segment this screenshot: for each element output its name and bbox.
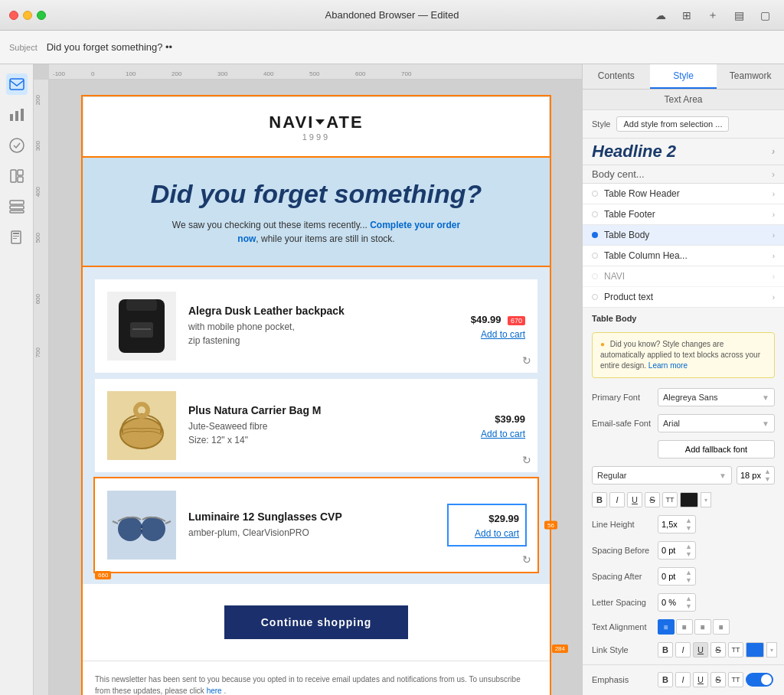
link-color-toggle[interactable]: ▾ bbox=[766, 642, 777, 657]
line-height-input[interactable]: 1,5x ▲▼ bbox=[658, 515, 696, 533]
refresh-icon-1[interactable]: ↻ bbox=[522, 354, 531, 367]
emphasis-caps-button[interactable]: TT bbox=[728, 672, 743, 687]
cta-button[interactable]: Continue shopping bbox=[224, 605, 409, 639]
close-button[interactable] bbox=[9, 11, 18, 20]
body-cent-preview[interactable]: Body cent... › bbox=[583, 165, 784, 184]
letter-spacing-label: Letter Spacing bbox=[592, 598, 653, 607]
add-icon[interactable]: ＋ bbox=[706, 8, 720, 22]
style-item-table-column[interactable]: Table Column Hea... › bbox=[583, 246, 784, 266]
emphasis-underline-button[interactable]: U bbox=[693, 672, 708, 687]
sidebar-layers-icon[interactable] bbox=[6, 196, 28, 217]
style-item-label: Table Column Hea... bbox=[604, 250, 773, 261]
minimize-button[interactable] bbox=[23, 11, 32, 20]
style-item-navi[interactable]: NAVI › bbox=[583, 266, 784, 287]
underline-button[interactable]: U bbox=[627, 492, 642, 507]
sidebar-email-icon[interactable] bbox=[6, 73, 28, 95]
link-style-label: Link Style bbox=[592, 645, 653, 654]
sidebar-stats-icon[interactable] bbox=[6, 104, 28, 126]
svg-rect-12 bbox=[13, 233, 19, 234]
spacing-before-input[interactable]: 0 pt ▲▼ bbox=[658, 541, 696, 560]
svg-line-26 bbox=[165, 521, 171, 524]
sidebar-check-icon[interactable] bbox=[6, 135, 28, 156]
add-style-button[interactable]: Add style from selection ... bbox=[616, 116, 729, 132]
link-bold-button[interactable]: B bbox=[658, 642, 673, 657]
canvas-area[interactable]: -100 0 100 200 300 400 500 600 700 200 3… bbox=[34, 64, 582, 695]
emphasis-italic-button[interactable]: I bbox=[675, 672, 691, 687]
color-toggle[interactable]: ▾ bbox=[701, 492, 711, 507]
dropdown-arrow-icon: ▼ bbox=[762, 393, 769, 402]
refresh-icon-3[interactable]: ↻ bbox=[522, 553, 531, 566]
style-item-table-row-header[interactable]: Table Row Header › bbox=[583, 184, 784, 204]
tab-teamwork[interactable]: Teamwork bbox=[717, 64, 784, 89]
font-weight-select[interactable]: Regular ▼ bbox=[592, 466, 732, 485]
link-color-swatch[interactable] bbox=[746, 642, 764, 657]
align-center-button[interactable]: ≡ bbox=[676, 619, 693, 635]
email-canvas[interactable]: NAVI ATE 1999 Did you forget something? … bbox=[51, 81, 582, 695]
refresh-icon-2[interactable]: ↻ bbox=[522, 454, 531, 466]
email-wrapper: NAVI ATE 1999 Did you forget something? … bbox=[51, 81, 582, 695]
add-to-cart-2[interactable]: Add to cart bbox=[449, 429, 525, 439]
brand-name-gate: ATE bbox=[326, 113, 363, 132]
link-underline-button[interactable]: U bbox=[693, 642, 708, 657]
chevron-icon: › bbox=[773, 272, 775, 281]
svg-rect-14 bbox=[13, 238, 17, 239]
primary-font-select[interactable]: Alegreya Sans ▼ bbox=[658, 388, 775, 406]
italic-button[interactable]: I bbox=[609, 492, 625, 507]
subject-value[interactable]: Did you forget something? •• bbox=[47, 41, 172, 53]
spacing-after-input[interactable]: 0 pt ▲▼ bbox=[658, 567, 696, 586]
window-title: Abandoned Browser — Edited bbox=[325, 9, 459, 21]
caps-button[interactable]: TT bbox=[662, 492, 678, 507]
headline-preview[interactable]: Headline 2 › bbox=[583, 139, 784, 165]
tab-contents[interactable]: Contents bbox=[583, 64, 650, 89]
window-icon[interactable]: ▢ bbox=[758, 8, 772, 22]
product-action-3[interactable]: $29.99 Add to cart bbox=[449, 505, 525, 545]
strikethrough-button[interactable]: S bbox=[645, 492, 660, 507]
email-outer-selection[interactable]: NAVI ATE 1999 Did you forget something? … bbox=[83, 96, 550, 695]
line-height-value: 1,5x bbox=[662, 520, 678, 529]
font-size-input[interactable]: 18 px ▲▼ bbox=[737, 466, 775, 485]
emphasis-toggle[interactable] bbox=[746, 673, 773, 687]
cloud-icon[interactable]: ☁ bbox=[654, 8, 668, 22]
product-desc-2: Jute-Seaweed fibreSize: 12" x 14" bbox=[188, 419, 436, 447]
style-item-table-footer[interactable]: Table Footer › bbox=[583, 204, 784, 225]
footer-link[interactable]: here bbox=[207, 687, 222, 695]
letter-spacing-input[interactable]: 0 % ▲▼ bbox=[658, 593, 696, 612]
grid-icon[interactable]: ⊞ bbox=[680, 8, 694, 22]
bold-button[interactable]: B bbox=[592, 492, 607, 507]
align-justify-button[interactable]: ≡ bbox=[713, 619, 730, 635]
style-item-table-body[interactable]: Table Body › bbox=[583, 225, 784, 246]
tab-style[interactable]: Style bbox=[650, 64, 717, 89]
emphasis-strike-button[interactable]: S bbox=[710, 672, 726, 687]
sidebar-pages-icon[interactable] bbox=[6, 227, 28, 248]
emphasis-bold-button[interactable]: B bbox=[658, 672, 673, 687]
product-row-3[interactable]: Luminaire 12 Sunglasses CVP amber-plum, … bbox=[95, 478, 537, 572]
product-row[interactable]: Alegra Dusk Leather backpack with mobile… bbox=[95, 279, 537, 373]
link-strike-button[interactable]: S bbox=[710, 642, 726, 657]
cta-section: Continue shopping 284 bbox=[83, 584, 550, 661]
add-fallback-button[interactable]: Add fallback font bbox=[658, 440, 775, 458]
text-color-swatch[interactable] bbox=[680, 492, 698, 507]
align-right-button[interactable]: ≡ bbox=[694, 619, 711, 635]
svg-rect-8 bbox=[10, 201, 24, 204]
hero-text-start: We saw you checking out these items rece… bbox=[172, 220, 370, 230]
main-layout: -100 0 100 200 300 400 500 600 700 200 3… bbox=[0, 64, 784, 695]
style-item-product-text[interactable]: Product text › bbox=[583, 287, 784, 308]
link-italic-button[interactable]: I bbox=[675, 642, 691, 657]
style-dot bbox=[592, 191, 598, 197]
link-caps-button[interactable]: TT bbox=[728, 642, 743, 657]
product-action-2: $39.99 Add to cart bbox=[449, 412, 525, 439]
email-safe-select[interactable]: Arial ▼ bbox=[658, 414, 775, 432]
add-to-cart-3[interactable]: Add to cart bbox=[455, 528, 519, 539]
primary-font-row: Primary Font Alegreya Sans ▼ bbox=[583, 384, 784, 410]
align-left-button[interactable]: ≡ bbox=[658, 619, 675, 635]
maximize-button[interactable] bbox=[37, 11, 46, 20]
learn-more-link[interactable]: Learn more bbox=[648, 361, 688, 370]
layout-icon[interactable]: ▤ bbox=[732, 8, 746, 22]
spinner-icon: ▲▼ bbox=[685, 569, 692, 584]
ruler-vertical: 200 300 400 500 600 700 bbox=[34, 80, 49, 695]
sidebar-template-icon[interactable] bbox=[6, 165, 28, 187]
add-to-cart-1[interactable]: Add to cart bbox=[449, 329, 525, 340]
hero-section[interactable]: Did you forget something? We saw you che… bbox=[83, 158, 550, 267]
product-name-2: Plus Natura Carrier Bag M bbox=[188, 404, 436, 416]
product-row-2[interactable]: Plus Natura Carrier Bag M Jute-Seaweed f… bbox=[95, 379, 537, 472]
